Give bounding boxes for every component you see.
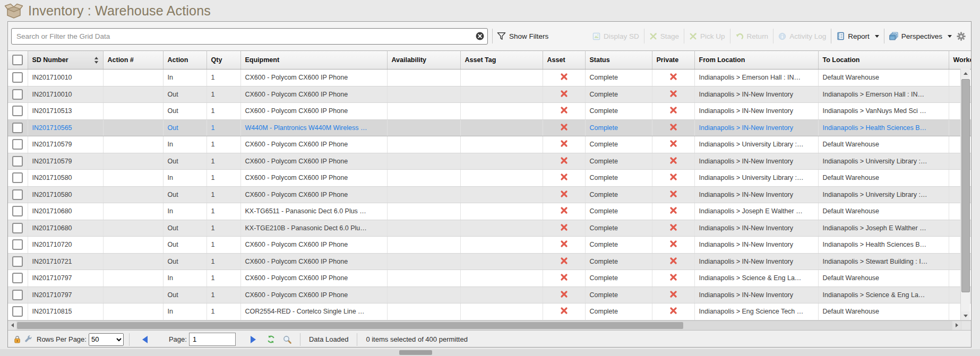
column-label: Action <box>168 56 188 64</box>
row-checkbox[interactable] <box>12 123 23 133</box>
row-checkbox[interactable] <box>12 72 23 83</box>
row-checkbox[interactable] <box>12 223 23 233</box>
cell-action: Out <box>163 103 207 120</box>
table-row[interactable]: IN201710010 Out 1 CX600 - Polycom CX600 … <box>8 86 972 103</box>
pick-up-button[interactable]: Pick Up <box>689 32 725 40</box>
window-horizontal-scrollbar[interactable] <box>0 349 980 356</box>
table-row[interactable]: IN201710797 Out 1 CX600 - Polycom CX600 … <box>8 286 972 303</box>
column-header-action_no[interactable]: Action # <box>103 51 163 70</box>
rows-per-page-select[interactable]: 50 <box>89 333 124 346</box>
row-checkbox[interactable] <box>12 89 23 100</box>
table-row[interactable]: IN201710815 In 1 COR2554-RED - Cortelco … <box>8 303 972 320</box>
column-header-from[interactable]: From Location <box>694 51 818 70</box>
cell-private <box>652 70 694 86</box>
cell-from-location: Indianapolis > Science & Eng La… <box>694 270 818 287</box>
clear-search-icon[interactable] <box>476 32 484 40</box>
column-header-action[interactable]: Action <box>163 51 207 70</box>
cell-private <box>652 153 694 170</box>
previous-page-button[interactable] <box>142 336 148 343</box>
stage-button[interactable]: Stage <box>649 32 679 40</box>
return-button[interactable]: Return <box>735 32 769 40</box>
row-checkbox[interactable] <box>12 189 23 200</box>
vertical-scroll-thumb[interactable] <box>961 79 970 292</box>
column-header-asset_tag[interactable]: Asset Tag <box>460 51 543 70</box>
search-wrap <box>11 28 488 45</box>
page-label: Page: <box>169 335 187 343</box>
table-row[interactable]: IN201710565 Out 1 W440M - Plantronics W4… <box>8 119 972 136</box>
column-header-sd[interactable]: SD Number <box>28 51 103 70</box>
red-x-icon <box>560 73 568 82</box>
table-row[interactable]: IN201710720 Out 1 CX600 - Polycom CX600 … <box>8 237 972 254</box>
report-button[interactable]: Report <box>836 32 879 40</box>
row-checkbox[interactable] <box>12 273 23 283</box>
table-row[interactable]: IN201710579 In 1 CX600 - Polycom CX600 I… <box>8 136 972 153</box>
cell-availability <box>387 220 460 237</box>
column-header-availability[interactable]: Availability <box>387 51 460 70</box>
row-checkbox[interactable] <box>12 156 23 167</box>
cell-action: In <box>163 203 207 220</box>
column-header-to[interactable]: To Location <box>818 51 949 70</box>
show-filters-button[interactable]: Show Filters <box>497 32 548 40</box>
display-sd-button[interactable]: Display SD <box>592 32 639 40</box>
table-row[interactable]: IN201710680 In 1 KX-TG6511 - Panasonic D… <box>8 203 972 220</box>
cell-sd-number: IN201710010 <box>28 86 103 103</box>
lock-icon[interactable] <box>13 335 21 344</box>
cell-qty: 1 <box>207 186 240 203</box>
row-checkbox[interactable] <box>12 206 23 216</box>
cell-qty: 1 <box>207 253 240 270</box>
cell-asset-tag <box>460 270 543 287</box>
table-row[interactable]: IN201710579 Out 1 CX600 - Polycom CX600 … <box>8 153 972 170</box>
inventory-grid: SD NumberAction #ActionQtyEquipmentAvail… <box>8 50 972 320</box>
report-notebook-icon <box>836 32 845 40</box>
table-row[interactable]: IN201710010 In 1 CX600 - Polycom CX600 I… <box>8 70 972 86</box>
cell-action-number <box>103 237 163 254</box>
activity-log-button[interactable]: Activity Log <box>778 32 826 40</box>
row-checkbox-cell <box>8 270 28 287</box>
cell-private <box>652 303 694 320</box>
cell-from-location: Indianapolis > IN-New Inventory <box>694 103 818 120</box>
select-all-checkbox[interactable] <box>12 55 23 65</box>
refresh-icon[interactable] <box>267 335 276 344</box>
row-checkbox-cell <box>8 237 28 254</box>
table-row[interactable]: IN201710513 Out 1 CX600 - Polycom CX600 … <box>8 103 972 120</box>
settings-gear-icon[interactable] <box>957 32 966 41</box>
column-header-asset[interactable]: Asset <box>543 51 585 70</box>
row-checkbox[interactable] <box>12 139 23 150</box>
table-row[interactable]: IN201710797 In 1 CX600 - Polycom CX600 I… <box>8 270 972 287</box>
sort-icon[interactable] <box>94 56 99 64</box>
row-checkbox[interactable] <box>12 239 23 250</box>
column-label: Availability <box>392 56 427 64</box>
table-row[interactable]: IN201710580 Out 1 CX600 - Polycom CX600 … <box>8 186 972 203</box>
next-page-button[interactable] <box>251 336 256 343</box>
perspectives-button[interactable]: Perspectives <box>889 32 952 40</box>
scroll-left-arrow[interactable] <box>8 321 16 330</box>
column-header-equipment[interactable]: Equipment <box>240 51 387 70</box>
row-checkbox[interactable] <box>12 106 23 116</box>
red-x-icon <box>669 173 677 183</box>
column-header-qty[interactable]: Qty <box>207 51 240 70</box>
search-input[interactable] <box>11 28 488 45</box>
cell-action-number <box>103 70 163 86</box>
window-scroll-thumb[interactable] <box>399 350 432 355</box>
row-checkbox[interactable] <box>12 290 23 300</box>
search-magnifier-icon[interactable] <box>283 335 291 344</box>
column-header-status[interactable]: Status <box>585 51 652 70</box>
table-row[interactable]: IN201710680 Out 1 KX-TGE210B - Panasonic… <box>8 220 972 237</box>
scroll-up-arrow[interactable] <box>961 69 970 77</box>
cell-sd-number: IN201710797 <box>28 286 103 303</box>
row-checkbox[interactable] <box>12 172 23 183</box>
grid-horizontal-scrollbar[interactable] <box>8 320 971 330</box>
scroll-down-arrow[interactable] <box>961 311 970 320</box>
row-checkbox[interactable] <box>12 256 23 267</box>
row-checkbox[interactable] <box>12 306 23 317</box>
table-row[interactable]: IN201710721 Out 1 CX600 - Polycom CX600 … <box>8 253 972 270</box>
grid-vertical-scrollbar[interactable] <box>960 69 970 320</box>
cell-action-number <box>103 253 163 270</box>
horizontal-scroll-thumb[interactable] <box>17 322 683 329</box>
page-number-input[interactable] <box>189 333 236 346</box>
scroll-right-arrow[interactable] <box>952 321 961 330</box>
column-header-private[interactable]: Private <box>652 51 694 70</box>
wrench-icon[interactable] <box>24 335 32 343</box>
column-header-work[interactable]: Worko <box>949 51 972 70</box>
table-row[interactable]: IN201710580 In 1 CX600 - Polycom CX600 I… <box>8 170 972 187</box>
